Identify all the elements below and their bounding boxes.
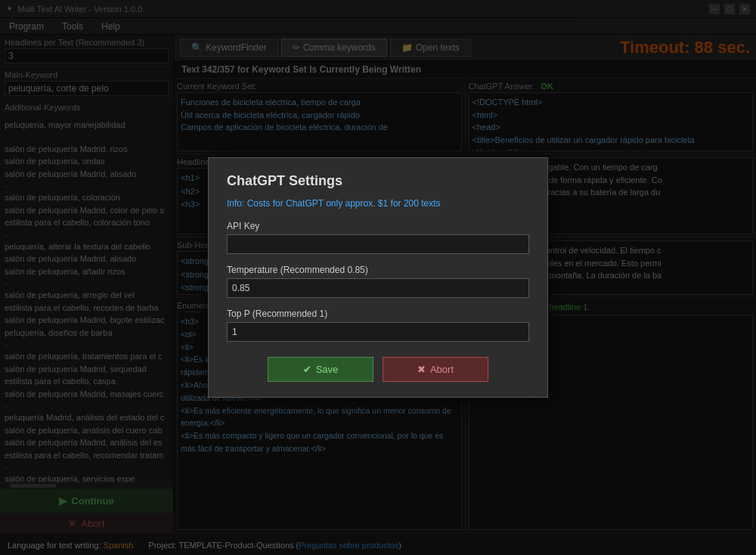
modal-abort-button[interactable]: ✖ Abort [383, 357, 488, 382]
top-p-field: Top P (Recommended 1) [227, 309, 529, 342]
modal-title: ChatGPT Settings [227, 173, 529, 189]
temperature-input[interactable] [227, 278, 529, 298]
modal-buttons: ✔ Save ✖ Abort [227, 357, 529, 382]
checkmark-icon: ✔ [303, 364, 311, 375]
x-icon: ✖ [417, 364, 426, 375]
abort-modal-label: Abort [430, 364, 454, 375]
temperature-field: Temperature (Recommended 0.85) [227, 265, 529, 298]
api-key-field: API Key [227, 221, 529, 254]
modal-info: Info: Costs for ChatGPT only approx. $1 … [227, 198, 529, 209]
chatgpt-settings-modal: ChatGPT Settings Info: Costs for ChatGPT… [208, 157, 548, 398]
modal-save-button[interactable]: ✔ Save [268, 357, 373, 382]
api-key-input[interactable] [227, 234, 529, 254]
top-p-input[interactable] [227, 322, 529, 342]
top-p-label: Top P (Recommended 1) [227, 309, 529, 319]
modal-overlay[interactable]: ChatGPT Settings Info: Costs for ChatGPT… [0, 0, 756, 555]
temperature-label: Temperature (Recommended 0.85) [227, 265, 529, 275]
save-label: Save [316, 364, 339, 375]
api-key-label: API Key [227, 221, 529, 231]
